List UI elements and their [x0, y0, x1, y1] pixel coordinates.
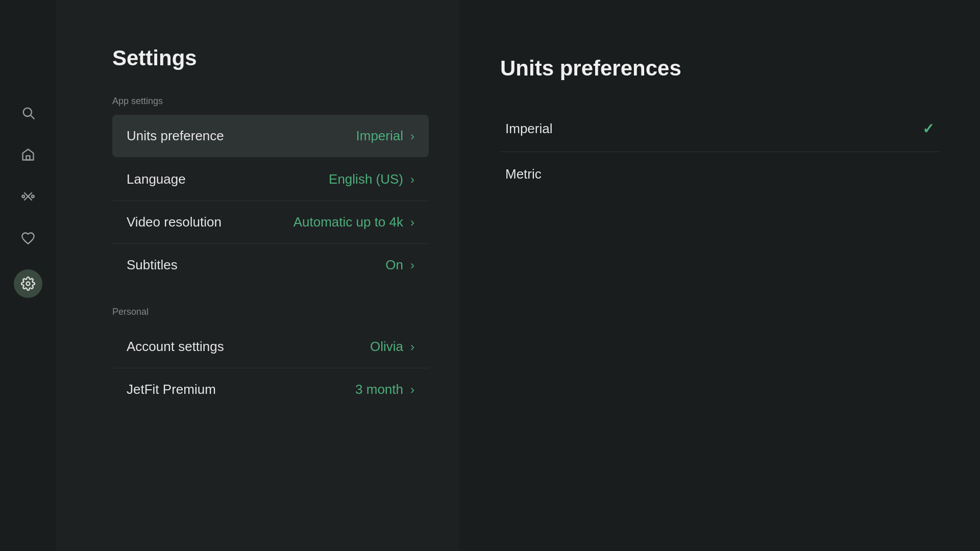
- video-resolution-value: Automatic up to 4k: [293, 214, 403, 230]
- units-value: Imperial: [356, 128, 403, 144]
- imperial-label: Imperial: [505, 121, 552, 137]
- settings-item-account[interactable]: Account settings Olivia ›: [112, 325, 429, 368]
- app-settings-label: App settings: [112, 96, 429, 107]
- svg-rect-2: [27, 156, 30, 160]
- settings-item-premium[interactable]: JetFit Premium 3 month ›: [112, 368, 429, 411]
- imperial-check-icon: ✓: [922, 120, 934, 137]
- right-panel: Units preferences Imperial ✓ Metric: [459, 0, 980, 551]
- left-panel: Settings App settings Units preference I…: [56, 0, 459, 551]
- settings-item-language[interactable]: Language English (US) ›: [112, 158, 429, 201]
- favorites-icon[interactable]: [17, 228, 39, 249]
- settings-item-units[interactable]: Units preference Imperial ›: [112, 115, 429, 157]
- personal-section: Personal Account settings Olivia › JetFi…: [112, 307, 429, 411]
- subtitles-value-group: On ›: [385, 257, 414, 273]
- personal-settings-list: Account settings Olivia › JetFit Premium…: [112, 325, 429, 411]
- units-value-group: Imperial ›: [356, 128, 414, 144]
- video-resolution-value-group: Automatic up to 4k ›: [293, 214, 414, 230]
- settings-item-video-resolution[interactable]: Video resolution Automatic up to 4k ›: [112, 201, 429, 244]
- language-label: Language: [127, 171, 186, 187]
- premium-value-group: 3 month ›: [355, 382, 414, 397]
- video-resolution-chevron-icon: ›: [410, 215, 414, 230]
- subtitles-value: On: [385, 257, 403, 273]
- personal-label: Personal: [112, 307, 429, 317]
- settings-item-subtitles[interactable]: Subtitles On ›: [112, 244, 429, 286]
- units-chevron-icon: ›: [410, 129, 414, 143]
- premium-value: 3 month: [355, 382, 403, 397]
- home-icon[interactable]: [17, 144, 39, 165]
- account-value-group: Olivia ›: [370, 339, 414, 355]
- search-icon[interactable]: [17, 102, 39, 123]
- option-metric[interactable]: Metric: [500, 152, 939, 196]
- account-value: Olivia: [370, 339, 403, 355]
- svg-line-1: [31, 115, 34, 118]
- settings-icon[interactable]: [14, 269, 42, 298]
- premium-label: JetFit Premium: [127, 382, 216, 397]
- svg-point-6: [32, 195, 34, 198]
- account-chevron-icon: ›: [410, 340, 414, 354]
- app-settings-section: App settings Units preference Imperial ›…: [112, 96, 429, 286]
- units-label: Units preference: [127, 128, 224, 144]
- workout-icon[interactable]: [17, 186, 39, 207]
- language-chevron-icon: ›: [410, 172, 414, 187]
- right-panel-title: Units preferences: [500, 56, 939, 81]
- option-imperial[interactable]: Imperial ✓: [500, 106, 939, 152]
- premium-chevron-icon: ›: [410, 383, 414, 397]
- sidebar: [0, 0, 56, 551]
- app-settings-list: Units preference Imperial › Language Eng…: [112, 115, 429, 286]
- subtitles-chevron-icon: ›: [410, 258, 414, 272]
- account-label: Account settings: [127, 339, 224, 355]
- svg-point-7: [27, 282, 30, 286]
- metric-label: Metric: [505, 166, 542, 182]
- video-resolution-label: Video resolution: [127, 214, 222, 230]
- units-options-list: Imperial ✓ Metric: [500, 106, 939, 196]
- language-value: English (US): [329, 171, 403, 187]
- language-value-group: English (US) ›: [329, 171, 414, 187]
- svg-point-5: [22, 195, 24, 198]
- page-title: Settings: [112, 46, 429, 70]
- subtitles-label: Subtitles: [127, 257, 178, 273]
